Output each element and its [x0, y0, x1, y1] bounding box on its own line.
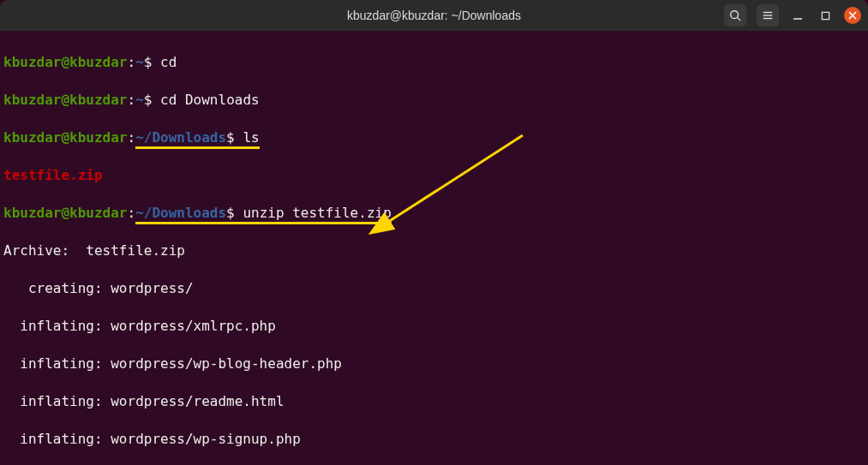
svg-rect-6: [822, 12, 829, 19]
prompt-dollar: $: [226, 129, 235, 149]
prompt-userhost: kbuzdar@kbuzdar: [3, 129, 128, 146]
unzip-entry: inflating: wordpress/xmlrpc.php: [3, 317, 865, 336]
prompt-sep: :: [128, 54, 136, 70]
unzip-entry: creating: wordpress/: [3, 279, 865, 298]
prompt-path: ~: [135, 92, 144, 108]
minimize-icon: [793, 10, 803, 21]
terminal-line: kbuzdar@kbuzdar:~/Downloads$ ls: [3, 128, 865, 147]
hamburger-menu-button[interactable]: [757, 4, 779, 27]
unzip-entry: inflating: wordpress/wp-signup.php: [3, 430, 865, 449]
prompt-dollar: $: [144, 54, 153, 70]
prompt-userhost: kbuzdar@kbuzdar: [3, 92, 128, 108]
prompt-userhost: kbuzdar@kbuzdar: [3, 205, 128, 221]
command-text: cd Downloads: [160, 92, 260, 108]
prompt-sep: :: [128, 92, 136, 108]
unzip-entry: inflating: wordpress/readme.html: [3, 392, 865, 411]
unzip-archive-line: Archive: testfile.zip: [3, 241, 865, 260]
terminal-body[interactable]: kbuzdar@kbuzdar:~$ cd kbuzdar@kbuzdar:~$…: [0, 31, 868, 465]
unzip-entry: inflating: wordpress/wp-blog-header.php: [3, 355, 865, 373]
window-controls: [724, 4, 861, 27]
terminal-line: testfile.zip: [3, 166, 865, 185]
window-titlebar: kbuzdar@kbuzdar: ~/Downloads: [0, 0, 868, 31]
maximize-icon: [821, 11, 830, 21]
terminal-line: kbuzdar@kbuzdar:~$ cd Downloads: [3, 91, 865, 110]
close-button[interactable]: [844, 7, 861, 24]
prompt-path: ~/Downloads: [135, 205, 226, 224]
svg-point-0: [731, 11, 739, 19]
search-button[interactable]: [724, 4, 746, 27]
search-icon: [729, 9, 741, 21]
prompt-userhost: kbuzdar@kbuzdar: [3, 54, 128, 70]
close-icon: [848, 11, 857, 20]
prompt-dollar: $: [144, 92, 153, 108]
prompt-dollar: $: [226, 205, 235, 224]
command-text: unzip testfile.zip: [242, 205, 391, 224]
minimize-button[interactable]: [789, 7, 806, 24]
terminal-line: kbuzdar@kbuzdar:~$ cd: [3, 53, 865, 72]
prompt-sep: :: [128, 129, 136, 146]
hamburger-icon: [762, 9, 774, 21]
command-text: cd: [160, 54, 177, 70]
prompt-sep: :: [128, 205, 136, 221]
maximize-button[interactable]: [817, 7, 834, 24]
prompt-path: ~: [135, 54, 144, 70]
ls-output-file: testfile.zip: [3, 167, 103, 183]
prompt-path: ~/Downloads: [135, 129, 226, 149]
terminal-line: kbuzdar@kbuzdar:~/Downloads$ unzip testf…: [3, 204, 865, 223]
command-text: ls: [242, 129, 259, 149]
svg-line-1: [738, 18, 741, 21]
